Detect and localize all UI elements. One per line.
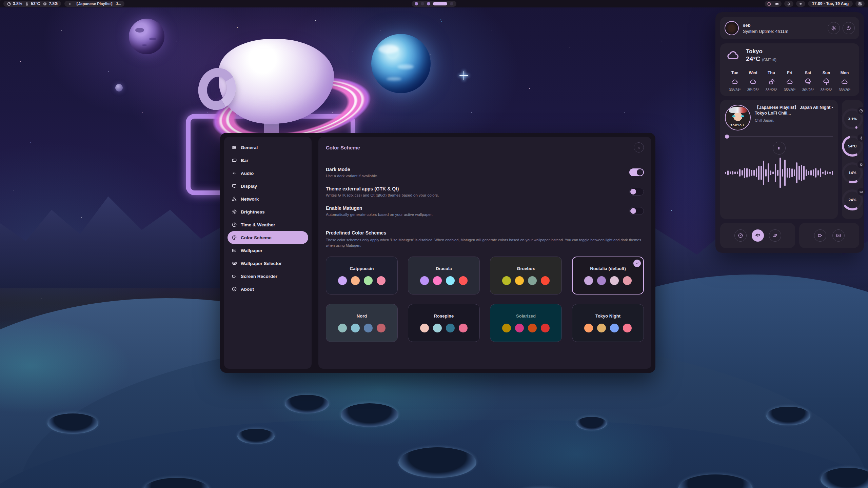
settings-button[interactable]	[828, 22, 840, 34]
disk-icon	[857, 188, 865, 196]
system-tray[interactable]	[765, 1, 782, 7]
weather-temp: 24°C(GMT+9)	[746, 55, 776, 63]
scheme-card-noctalia-selected[interactable]: Noctalia (default)	[572, 257, 644, 294]
scheme-grid: Catppuccin Dracula Gruvbox	[326, 257, 644, 342]
workspace-dot-5[interactable]	[450, 2, 453, 5]
workspace-dot-4-active[interactable]	[433, 2, 447, 5]
sidebar-item-bar[interactable]: Bar	[228, 154, 308, 167]
workspace-dot-3[interactable]	[427, 2, 430, 5]
scheme-swatches	[420, 276, 468, 285]
performance-profile-button[interactable]	[734, 229, 747, 242]
color-swatch	[338, 324, 347, 332]
settings-header: Color Scheme	[326, 142, 644, 152]
workspace-dot-2[interactable]	[421, 2, 424, 5]
sidebar-item-audio[interactable]: Audio	[228, 167, 308, 180]
color-swatch	[351, 276, 360, 285]
forecast-temps: 35°/25°	[744, 88, 762, 92]
forecast-day-label: Tue	[726, 70, 744, 75]
speedometer-icon	[738, 233, 743, 238]
sidebar-item-label: Wallpaper	[241, 248, 262, 253]
sidebar-item-wallpaper-selector[interactable]: Wallpaper Selector	[228, 257, 308, 270]
scheme-card-gruvbox[interactable]: Gruvbox	[490, 257, 562, 294]
scheme-card-solarized[interactable]: Solarized	[490, 304, 562, 342]
power-button[interactable]	[843, 22, 855, 34]
balanced-profile-button[interactable]	[752, 229, 764, 242]
wallpaper-button[interactable]	[832, 229, 845, 242]
sidebar-item-general[interactable]: General	[228, 141, 308, 154]
dark-mode-toggle[interactable]	[629, 168, 644, 176]
dashboard-button[interactable]	[855, 1, 865, 7]
screen-record-button[interactable]	[814, 229, 826, 242]
scheme-card-tokyo-night[interactable]: Tokyo Night	[572, 304, 644, 342]
scheme-name: Catppuccin	[350, 266, 374, 271]
sidebar-item-screen-recorder[interactable]: Screen Recorder	[228, 270, 308, 283]
color-swatch	[584, 324, 593, 332]
track-title: 【Japanese Playlist】 Japan All Night - To…	[755, 105, 833, 116]
disk-gauge: 24%	[842, 189, 863, 210]
scheme-card-nord[interactable]: Nord	[326, 304, 398, 342]
pause-button[interactable]	[773, 142, 786, 155]
sidebar-item-display[interactable]: Display	[228, 180, 308, 192]
seek-bar[interactable]	[725, 136, 833, 137]
color-swatch	[528, 324, 537, 332]
color-swatch	[623, 324, 632, 332]
sidebar-item-color-scheme[interactable]: Color Scheme	[228, 231, 308, 244]
scheme-swatches	[502, 324, 550, 332]
scheme-swatches	[420, 324, 468, 332]
powersaver-profile-button[interactable]	[769, 229, 781, 242]
notifications-button[interactable]	[784, 1, 793, 7]
gear-icon	[831, 25, 836, 31]
scheme-swatches	[338, 324, 386, 332]
sidebar-item-label: Audio	[241, 171, 254, 176]
sidebar-item-network[interactable]: Network	[228, 192, 308, 205]
weather-city: Tokyo	[746, 48, 776, 55]
matugen-toggle[interactable]	[629, 207, 644, 215]
sidebar-item-label: Screen Recorder	[241, 274, 277, 279]
crater	[47, 413, 98, 434]
color-swatch	[433, 324, 442, 332]
clock-widget[interactable]: 17:09 - Tue, 19 Aug	[808, 1, 853, 7]
forecast-weather-icon	[841, 78, 848, 85]
crater	[576, 417, 607, 430]
system-stats-widget[interactable]: 3.8% 53°C 7.8G	[3, 1, 61, 7]
forecast-temps: 33°/26°	[762, 88, 781, 92]
video-camera-icon	[817, 233, 823, 238]
media-player-tray-icon[interactable]	[767, 2, 771, 6]
network-icon	[232, 196, 237, 202]
forecast-temps: 33°/26°	[817, 88, 835, 92]
forecast-weather-icon	[731, 78, 738, 85]
scheme-card-catppuccin[interactable]: Catppuccin	[326, 257, 398, 294]
sidebar-item-brightness[interactable]: Brightness	[228, 205, 308, 218]
sidebar-item-about[interactable]: About	[228, 283, 308, 296]
cpu-usage-value: 3.8%	[13, 1, 22, 6]
sidebar-item-wallpaper[interactable]: Wallpaper	[228, 244, 308, 257]
sidebar-item-label: Network	[241, 197, 259, 202]
scheme-card-rosepine[interactable]: Rosepine	[408, 304, 480, 342]
video-camera-icon	[232, 273, 237, 279]
forecast-day-label: Wed	[744, 70, 762, 75]
close-button[interactable]	[634, 142, 644, 152]
seek-bar-handle[interactable]	[725, 135, 729, 139]
bar-icon	[232, 158, 237, 163]
scheme-card-dracula[interactable]: Dracula	[408, 257, 480, 294]
speedometer-icon	[857, 107, 865, 115]
forecast-day: Sat 36°/26°	[799, 70, 817, 92]
theme-external-toggle[interactable]	[629, 188, 644, 196]
workspace-dot-1[interactable]	[415, 2, 418, 5]
bar-right-group: 17:09 - Tue, 19 Aug	[765, 1, 865, 7]
sidebar-item-label: Time & Weather	[241, 222, 275, 227]
temperature-gauge: 54°C	[842, 136, 863, 157]
user-card: seb System Uptime: 4h11m	[720, 17, 859, 39]
wallpaper-tray-icon[interactable]	[775, 2, 779, 6]
sliders-icon	[232, 145, 237, 150]
sidebar-item-time-weather[interactable]: Time & Weather	[228, 218, 308, 231]
image-icon	[232, 248, 237, 253]
media-chip[interactable]: 【Japanese Playlist】 J...	[64, 1, 124, 7]
setting-desc: Use a dark variant if available.	[326, 174, 378, 178]
volume-button[interactable]	[796, 1, 805, 7]
media-player-card: TOKYO L 【Japanese Playlist】 Japan All Ni…	[720, 100, 838, 219]
color-swatch	[610, 276, 619, 285]
image-icon	[836, 233, 841, 238]
crater	[285, 395, 329, 413]
clock-icon	[232, 222, 237, 227]
